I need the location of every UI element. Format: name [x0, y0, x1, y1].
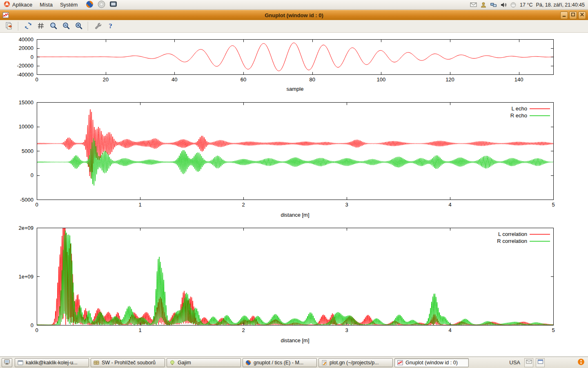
- firefox-launcher[interactable]: [85, 0, 94, 9]
- toolbar-separator: [18, 22, 19, 31]
- svg-text:40: 40: [172, 76, 177, 83]
- taskbar-window-button[interactable]: Gnuplot (window id : 0): [394, 358, 469, 367]
- update-notifier-button[interactable]: [577, 358, 586, 367]
- plots-svg: 020406080100120140-40000-200000200004000…: [0, 33, 588, 357]
- gnuplot-icon: [397, 360, 403, 366]
- maximize-button[interactable]: [569, 11, 577, 19]
- text-editor-icon: [321, 360, 327, 366]
- svg-text:40000: 40000: [19, 36, 33, 43]
- window-titlebar[interactable]: Gnuplot (window id : 0): [0, 10, 588, 20]
- svg-text:4: 4: [448, 202, 451, 208]
- panel-tray: 17 °C Pá, 18. září, 21:40:45: [470, 1, 588, 8]
- update-notifier-icon: [577, 358, 585, 367]
- svg-text:10000: 10000: [19, 123, 33, 130]
- svg-text:sample: sample: [287, 86, 304, 92]
- help-ball-icon: [98, 0, 105, 9]
- taskbar-window-button[interactable]: kaklik@kaklik-kolej-u...: [15, 358, 89, 367]
- replot-button[interactable]: [22, 21, 33, 32]
- svg-text:distance [m]: distance [m]: [281, 212, 309, 218]
- toggle-grid-button[interactable]: [35, 21, 46, 32]
- minimize-icon: [561, 11, 567, 19]
- help-button[interactable]: ?: [105, 21, 116, 32]
- window-controls: [560, 11, 586, 19]
- svg-text:R echo: R echo: [510, 112, 527, 119]
- grid-icon: [37, 22, 45, 31]
- mail-tray-icon[interactable]: [524, 358, 533, 367]
- menu-system[interactable]: Systém: [56, 0, 81, 9]
- svg-text:0: 0: [35, 202, 38, 208]
- menu-places[interactable]: Místa: [36, 0, 56, 9]
- svg-text:120: 120: [445, 76, 454, 83]
- svg-text:0: 0: [35, 327, 38, 333]
- zoom-in-button[interactable]: [73, 21, 84, 32]
- svg-text:L echo: L echo: [511, 105, 527, 112]
- svg-text:2: 2: [242, 202, 245, 208]
- show-desktop-icon: [4, 359, 10, 366]
- taskbar-tray: USA: [509, 358, 586, 367]
- menu-places-label: Místa: [40, 2, 53, 8]
- zoom-out-icon: [62, 22, 70, 31]
- taskbar-window-button[interactable]: SW - Prohlížeč souborů: [91, 358, 165, 367]
- svg-text:-40000: -40000: [17, 72, 33, 78]
- taskbar-window-button[interactable]: plot.gn (~/projects/p...: [318, 358, 393, 367]
- terminal-icon: [18, 360, 23, 366]
- svg-text:4: 4: [448, 327, 451, 333]
- refresh-icon: [24, 22, 32, 31]
- wrench-icon: [94, 22, 102, 31]
- svg-text:100: 100: [376, 76, 385, 83]
- taskbar-window-label: Gnuplot (window id : 0): [405, 360, 458, 366]
- window-title: Gnuplot (window id : 0): [0, 12, 588, 18]
- svg-text:-20000: -20000: [17, 63, 33, 69]
- svg-text:80: 80: [309, 76, 315, 83]
- zoom-in-icon: [75, 22, 83, 31]
- svg-text:3: 3: [345, 202, 348, 208]
- taskbar-window-label: gnuplot / tics (E) - M...: [254, 360, 303, 366]
- copy-icon: [5, 22, 13, 31]
- plot-canvas[interactable]: 020406080100120140-40000-200000200004000…: [0, 33, 588, 357]
- panel-launchers: [85, 0, 118, 9]
- network-icon[interactable]: [490, 1, 497, 8]
- zoom-previous-icon: [49, 22, 58, 31]
- svg-text:20000: 20000: [19, 45, 33, 51]
- taskbar-window-label: SW - Prohlížeč souborů: [102, 360, 156, 366]
- close-button[interactable]: [578, 11, 586, 19]
- show-desktop-button[interactable]: [2, 358, 12, 367]
- firefox-icon: [245, 360, 251, 366]
- svg-text:0: 0: [31, 172, 33, 178]
- clock-applet[interactable]: Pá, 18. září, 21:40:45: [536, 2, 585, 8]
- temperature-indicator[interactable]: 17 °C: [520, 2, 532, 8]
- taskbar-window-label: Gajim: [178, 360, 191, 366]
- minimize-button[interactable]: [560, 11, 568, 19]
- svg-text:1: 1: [138, 202, 141, 208]
- menu-system-label: Systém: [60, 2, 78, 8]
- keyboard-layout-indicator[interactable]: USA: [509, 359, 520, 366]
- svg-text:5: 5: [552, 327, 555, 333]
- svg-text:5000: 5000: [22, 148, 33, 154]
- window-icon: [537, 359, 543, 366]
- taskbar-window-button[interactable]: Gajim: [167, 358, 241, 367]
- weather-icon: [510, 2, 517, 8]
- zoom-previous-button[interactable]: [48, 21, 59, 32]
- svg-text:L correlation: L correlation: [498, 231, 527, 237]
- menu-applications[interactable]: Aplikace: [0, 0, 36, 9]
- taskbar: kaklik@kaklik-kolej-u... SW - Prohlížeč …: [0, 357, 588, 368]
- svg-text:140: 140: [514, 76, 523, 83]
- screenshot-launcher[interactable]: [109, 0, 118, 9]
- firefox-icon: [86, 0, 94, 9]
- volume-icon[interactable]: [500, 2, 507, 8]
- copy-to-clipboard-button[interactable]: [3, 21, 14, 32]
- zoom-out-button[interactable]: [60, 21, 71, 32]
- settings-button[interactable]: [92, 21, 103, 32]
- close-icon: [579, 11, 585, 19]
- svg-text:5: 5: [552, 202, 555, 208]
- desktop: Aplikace Místa Systém 17 °C Pá,: [0, 0, 588, 368]
- svg-text:0: 0: [31, 54, 33, 60]
- window-list-tray-icon[interactable]: [536, 358, 545, 367]
- svg-text:15000: 15000: [19, 99, 33, 105]
- mail-notification-icon[interactable]: [470, 1, 477, 8]
- help-launcher[interactable]: [97, 0, 106, 9]
- taskbar-window-button[interactable]: gnuplot / tics (E) - M...: [243, 358, 317, 367]
- user-switcher-icon[interactable]: [480, 2, 487, 8]
- menu-applications-label: Aplikace: [12, 2, 32, 8]
- gnuplot-window-icon: [2, 12, 9, 18]
